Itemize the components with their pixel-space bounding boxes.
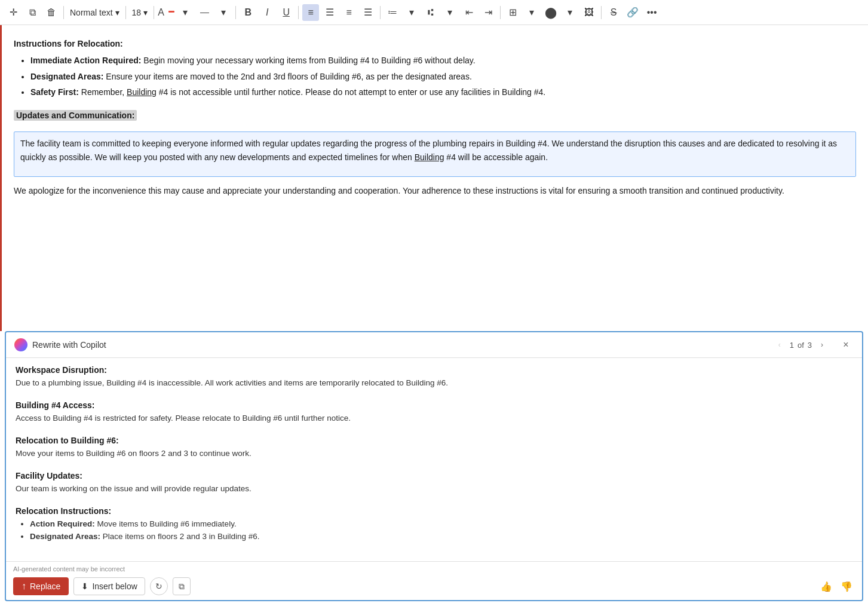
copilot-actions: ↑ Replace ⬇ Insert below ↻ ⧉ 👍 👎	[13, 577, 855, 595]
copilot-header: Rewrite with Copilot ‹ 1 of 3 › ×	[6, 332, 862, 358]
copilot-disclaimer: AI-generated content may be incorrect	[13, 565, 855, 573]
insert-below-icon: ⬇	[81, 581, 88, 591]
color-dropdown-icon[interactable]: ▾	[562, 4, 578, 21]
more-icon[interactable]: •••	[643, 4, 660, 21]
font-color-dropdown-icon[interactable]: ▾	[177, 4, 194, 21]
list-item-designated-bold: Designated Areas:	[30, 72, 103, 81]
copilot-section-workspace-title: Workspace Disruption:	[16, 365, 852, 375]
copilot-footer: AI-generated content may be incorrect ↑ …	[6, 561, 862, 600]
doc-section-instructions: Instructions for Relocation: Immediate A…	[14, 37, 856, 99]
replace-icon: ↑	[22, 581, 26, 592]
style-chevron-icon: ▾	[115, 8, 119, 17]
doc-section-updates: Updates and Communication:	[14, 109, 856, 122]
copilot-logo-icon	[14, 338, 27, 351]
copilot-section-workspace: Workspace Disruption: Due to a plumbing …	[16, 365, 852, 390]
list-item-designated-text: Ensure your items are moved to the 2nd a…	[106, 72, 471, 81]
nav-total: 3	[808, 341, 812, 350]
close-button[interactable]: ×	[838, 337, 854, 353]
list-item-immediate-bold: Immediate Action Required:	[30, 56, 141, 65]
separator-8	[601, 6, 602, 19]
regenerate-button[interactable]: ↻	[150, 577, 168, 595]
style-selector[interactable]: Normal text ▾	[68, 7, 122, 19]
doc-section-apology: We apologize for the inconvenience this …	[14, 184, 856, 198]
copilot-section-facility-title: Facility Updates:	[16, 471, 852, 480]
copilot-action-bold: Action Required:	[30, 519, 95, 528]
bullet-list-icon[interactable]: ≔	[384, 4, 401, 21]
font-size-chevron-icon: ▾	[143, 8, 148, 17]
copilot-section-access-text: Access to Building #4 is restricted for …	[16, 412, 852, 425]
settings-button[interactable]: ⧉	[173, 577, 191, 595]
doc-instructions-list: Immediate Action Required: Begin moving …	[14, 54, 856, 99]
copy-icon[interactable]: ⧉	[24, 4, 41, 21]
highlight-icon[interactable]: ⸻	[196, 4, 213, 21]
replace-button[interactable]: ↑ Replace	[13, 577, 69, 595]
copilot-action-text: Move items to Building #6 immediately.	[97, 519, 237, 528]
font-color-icon[interactable]: A	[158, 4, 174, 21]
copilot-designated-bold: Designated Areas:	[30, 532, 100, 541]
nav-prev-button[interactable]: ‹	[773, 338, 786, 351]
copilot-list-designated: Designated Areas: Place items on floors …	[30, 531, 852, 543]
nav-of-label: of	[798, 341, 804, 350]
thumbup-button[interactable]: 👍	[818, 580, 835, 593]
indent-increase-icon[interactable]: ⇥	[480, 4, 496, 21]
color-picker-icon[interactable]: ⬤	[542, 4, 559, 21]
separator-4	[235, 6, 236, 19]
image-icon[interactable]: 🖼	[581, 4, 597, 21]
doc-heading-updates: Updates and Communication:	[14, 110, 137, 121]
replace-label: Replace	[30, 581, 60, 591]
italic-button[interactable]: I	[259, 4, 275, 21]
list-item-immediate: Immediate Action Required: Begin moving …	[30, 54, 856, 67]
copilot-section-instructions: Relocation Instructions: Action Required…	[16, 506, 852, 543]
nav-next-button[interactable]: ›	[815, 338, 829, 351]
separator-2	[125, 6, 126, 19]
underline-button[interactable]: U	[278, 4, 295, 21]
align-center-icon[interactable]: ☰	[321, 4, 338, 21]
insert-below-button[interactable]: ⬇ Insert below	[73, 577, 145, 595]
strikethrough-icon[interactable]: S	[605, 4, 622, 21]
updates-heading-wrapper: Updates and Communication:	[14, 109, 856, 122]
link-icon[interactable]: 🔗	[624, 4, 641, 21]
style-label: Normal text	[70, 8, 113, 17]
paragraph-apology: We apologize for the inconvenience this …	[14, 184, 856, 198]
bullet-dropdown-icon[interactable]: ▾	[403, 4, 420, 21]
selected-paragraph: The facility team is committed to keepin…	[14, 131, 856, 177]
toolbar: ✛ ⧉ 🗑 Normal text ▾ 18 ▾ A ▾ ⸻ ▾ B I U ≡…	[0, 0, 868, 25]
copilot-designated-text: Place items on floors 2 and 3 in Buildin…	[103, 532, 260, 541]
separator-3	[154, 6, 154, 19]
copilot-section-relocation: Relocation to Building #6: Move your ite…	[16, 436, 852, 460]
list-item-immediate-text: Begin moving your necessary working item…	[143, 56, 475, 65]
align-justify-icon[interactable]: ☰	[360, 4, 376, 21]
copilot-section-facility: Facility Updates: Our team is working on…	[16, 471, 852, 495]
building-link-1[interactable]: Building	[127, 87, 157, 97]
table-dropdown-icon[interactable]: ▾	[523, 4, 540, 21]
numbered-list-icon[interactable]: ⑆	[422, 4, 439, 21]
copilot-section-relocation-title: Relocation to Building #6:	[16, 436, 852, 445]
list-item-safety-text2: #4 is not accessible until further notic…	[159, 87, 545, 97]
align-right-icon[interactable]: ≡	[341, 4, 357, 21]
editor-content[interactable]: Instructions for Relocation: Immediate A…	[0, 25, 868, 331]
list-item-designated: Designated Areas: Ensure your items are …	[30, 70, 856, 83]
font-size-selector[interactable]: 18 ▾	[130, 7, 151, 19]
delete-icon[interactable]: 🗑	[43, 4, 60, 21]
doc-heading-instructions: Instructions for Relocation:	[14, 37, 856, 50]
list-item-safety-bold: Safety First:	[30, 87, 79, 97]
table-icon[interactable]: ⊞	[504, 4, 521, 21]
align-left-icon[interactable]: ≡	[302, 4, 319, 21]
font-size-label: 18	[132, 8, 142, 17]
copilot-section-access: Building #4 Access: Access to Building #…	[16, 400, 852, 425]
building-link-2[interactable]: Building	[415, 152, 444, 162]
copilot-section-access-title: Building #4 Access:	[16, 400, 852, 410]
copilot-section-instructions-title: Relocation Instructions:	[16, 506, 852, 516]
indent-decrease-icon[interactable]: ⇤	[461, 4, 477, 21]
numbered-dropdown-icon[interactable]: ▾	[441, 4, 458, 21]
move-icon[interactable]: ✛	[5, 4, 22, 21]
bold-button[interactable]: B	[240, 4, 256, 21]
copilot-body[interactable]: Workspace Disruption: Due to a plumbing …	[6, 358, 862, 561]
editor-container: Instructions for Relocation: Immediate A…	[0, 25, 868, 606]
highlight-dropdown-icon[interactable]: ▾	[215, 4, 232, 21]
copilot-list-action: Action Required: Move items to Building …	[30, 518, 852, 531]
thumbdown-button[interactable]: 👎	[838, 580, 855, 593]
insert-below-label: Insert below	[92, 581, 137, 591]
copilot-panel: Rewrite with Copilot ‹ 1 of 3 › × Worksp…	[5, 331, 863, 601]
copilot-section-workspace-text: Due to a plumbing issue, Building #4 is …	[16, 377, 852, 390]
